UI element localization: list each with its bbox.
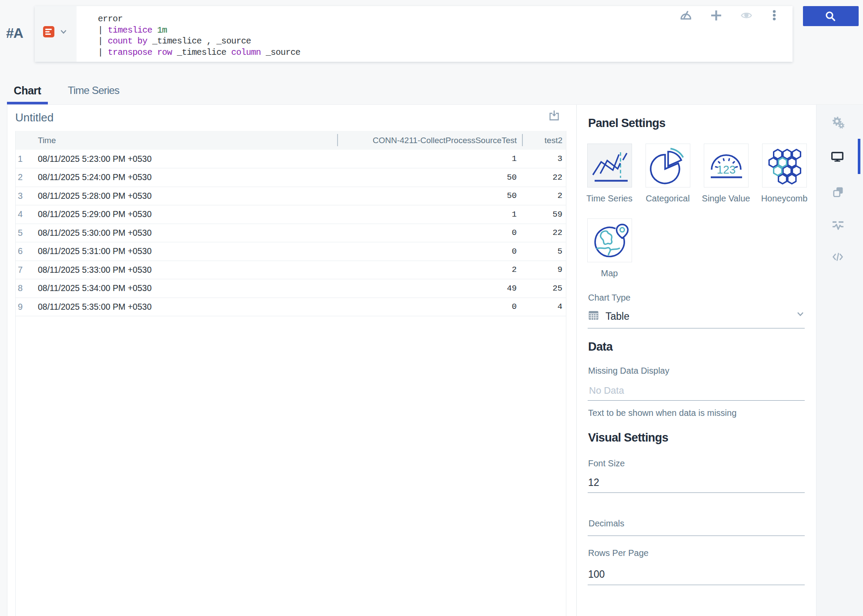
svg-text:123: 123 <box>717 163 736 176</box>
